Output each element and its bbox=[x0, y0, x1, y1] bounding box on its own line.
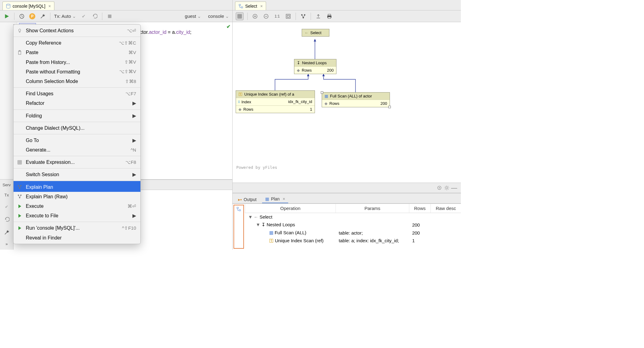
menu-item[interactable]: Execute⌘⏎ bbox=[14, 201, 140, 211]
plan-row[interactable]: ▼← Select bbox=[245, 213, 461, 221]
menu-item[interactable]: Change Dialect (MySQL)... bbox=[14, 122, 140, 133]
menu-item-label: Execute bbox=[26, 203, 124, 210]
menu-item[interactable]: Paste without Formatting⌥⇧⌘V bbox=[14, 67, 140, 77]
tab-output[interactable]: ▸▪ Output bbox=[235, 195, 260, 203]
wrench-icon[interactable] bbox=[39, 13, 46, 20]
svg-rect-20 bbox=[239, 210, 241, 211]
rows-value: 200 bbox=[380, 101, 387, 106]
diagram-toolbar: 1:1 bbox=[233, 10, 461, 22]
close-icon[interactable]: × bbox=[283, 196, 285, 201]
tx-mode-selector[interactable]: Tx: Auto ⌄ bbox=[54, 14, 76, 19]
menu-item[interactable]: Column Selection Mode⇧⌘8 bbox=[14, 77, 140, 86]
nest-icon: ↧ bbox=[297, 61, 300, 65]
services-vertical-label[interactable]: Serv bbox=[2, 183, 11, 187]
menu-item-label: Explain Plan bbox=[26, 184, 136, 191]
tab-select[interactable]: Select × bbox=[235, 2, 266, 10]
fld-city-id: city_id bbox=[176, 30, 190, 35]
shortcut-label: ^N bbox=[131, 147, 136, 153]
menu-item[interactable]: Refactor▶ bbox=[14, 98, 140, 108]
plan-row[interactable]: ⚿ Unique Index Scan (ref)table: a; index… bbox=[245, 237, 461, 244]
tab-plan[interactable]: ▦ Plan × bbox=[262, 195, 288, 203]
plan-table[interactable]: Operation Params Rows Raw desc ▼← Select… bbox=[245, 204, 461, 250]
shortcut-label: ⇧⌘V bbox=[124, 59, 136, 65]
node-select-label: Select bbox=[310, 30, 321, 35]
menu-item[interactable]: Copy Reference⌥⇧⌘C bbox=[14, 37, 140, 48]
gear-icon[interactable] bbox=[443, 184, 450, 192]
explain-diagram[interactable]: ←Select ↧Nested Loops ◆Rows200 ⚿Unique I… bbox=[233, 22, 461, 183]
menu-item-label: Run 'console [MySQL]'... bbox=[26, 224, 119, 231]
menu-item[interactable]: Reveal in Finder bbox=[14, 233, 140, 243]
minimize-icon[interactable]: — bbox=[450, 184, 458, 192]
grid-icon: ▦ bbox=[324, 94, 328, 98]
col-operation[interactable]: Operation bbox=[245, 204, 336, 213]
print-icon[interactable] bbox=[326, 13, 333, 20]
menu-item-label: Evaluate Expression... bbox=[26, 159, 122, 166]
node-full-scan[interactable]: ▦Full Scan (ALL) of actor ◆Rows200 bbox=[322, 92, 390, 107]
tab-console[interactable]: console [MySQL] × bbox=[2, 2, 54, 10]
submenu-arrow-icon: ▶ bbox=[132, 137, 136, 144]
zoom-actual-icon[interactable]: 1:1 bbox=[273, 13, 281, 20]
node-select[interactable]: ←Select bbox=[302, 29, 329, 37]
fit-icon[interactable] bbox=[285, 13, 292, 20]
menu-item[interactable]: Show Context Actions⌥⏎ bbox=[14, 26, 140, 35]
menu-item[interactable]: Paste⌘V bbox=[14, 48, 140, 57]
check-icon: ✔ bbox=[226, 24, 230, 30]
tab-console-label: console [MySQL] bbox=[13, 4, 45, 9]
menu-item[interactable]: Explain Plan (Raw) bbox=[14, 192, 140, 201]
plan-row[interactable]: ▼↧ Nested Loops200 bbox=[245, 221, 461, 229]
menu-item[interactable]: Find Usages⌥F7 bbox=[14, 87, 140, 98]
layout-icon[interactable] bbox=[300, 13, 307, 20]
plan-row[interactable]: ▦ Full Scan (ALL)table: actor;200 bbox=[245, 229, 461, 237]
commit-icon[interactable]: ✔ bbox=[3, 203, 10, 210]
node-unique-index-scan[interactable]: ⚿Unique Index Scan (ref) of a iIndexidx_… bbox=[236, 90, 315, 113]
context-menu[interactable]: Show Context Actions⌥⏎Copy Reference⌥⇧⌘C… bbox=[13, 24, 141, 244]
menu-item[interactable]: Folding▶ bbox=[14, 109, 140, 121]
menu-item-label: Change Dialect (MySQL)... bbox=[26, 125, 136, 132]
menu-item[interactable]: Explain Plan bbox=[14, 181, 140, 192]
svg-point-18 bbox=[446, 187, 448, 189]
menu-item-label: Refactor bbox=[26, 100, 129, 107]
shortcut-label: ⌘⏎ bbox=[128, 203, 136, 210]
menu-item[interactable]: Evaluate Expression...⌥F8 bbox=[14, 156, 140, 167]
rollback-icon[interactable] bbox=[3, 216, 10, 223]
target-icon[interactable] bbox=[436, 184, 443, 192]
col-rows[interactable]: Rows bbox=[409, 204, 430, 213]
show-diagram-button[interactable] bbox=[234, 205, 244, 249]
zoom-in-icon[interactable] bbox=[251, 13, 259, 20]
run-button[interactable] bbox=[3, 13, 10, 20]
node-nested-loops[interactable]: ↧Nested Loops ◆Rows200 bbox=[294, 59, 336, 74]
menu-item-label: Explain Plan (Raw) bbox=[26, 193, 136, 200]
plan-header-row: Operation Params Rows Raw desc bbox=[245, 204, 461, 213]
col-raw[interactable]: Raw desc bbox=[431, 204, 461, 213]
paused-badge[interactable]: P bbox=[29, 13, 35, 19]
wrench-icon[interactable] bbox=[3, 229, 10, 236]
menu-item[interactable]: Go To▶ bbox=[14, 134, 140, 145]
menu-item[interactable]: Run 'console [MySQL]'...^⇧F10 bbox=[14, 222, 140, 233]
col-params[interactable]: Params bbox=[336, 204, 409, 213]
menu-item[interactable]: Switch Session▶ bbox=[14, 168, 140, 179]
svg-rect-3 bbox=[239, 4, 241, 6]
expand-icon[interactable]: » bbox=[6, 242, 8, 246]
shortcut-label: ⌥⇧⌘V bbox=[119, 68, 136, 75]
zoom-out-icon[interactable] bbox=[262, 13, 270, 20]
close-icon[interactable]: × bbox=[49, 4, 51, 9]
menu-item[interactable]: Execute to File▶ bbox=[14, 211, 140, 220]
svg-rect-21 bbox=[18, 51, 21, 54]
menu-item[interactable]: Generate...^N bbox=[14, 145, 140, 155]
user-selector[interactable]: guest ⌄ bbox=[185, 14, 202, 19]
menu-item[interactable]: Paste from History...⇧⌘V bbox=[14, 57, 140, 67]
node-uix-label: Unique Index Scan (ref) of a bbox=[244, 92, 294, 97]
svg-rect-2 bbox=[108, 14, 111, 18]
rollback-icon[interactable] bbox=[91, 13, 98, 20]
grid-view-button[interactable] bbox=[236, 12, 244, 20]
svg-rect-5 bbox=[238, 14, 242, 18]
commit-icon[interactable]: ✔ bbox=[80, 13, 87, 20]
close-icon[interactable]: × bbox=[260, 4, 263, 9]
history-icon[interactable] bbox=[18, 13, 26, 20]
chevron-down-icon: ⌄ bbox=[225, 14, 229, 19]
powered-by-label: Powered by yFiles bbox=[236, 165, 277, 170]
target-selector[interactable]: console ⌄ bbox=[208, 14, 229, 19]
export-icon[interactable] bbox=[315, 13, 322, 20]
node-full-label: Full Scan (ALL) of actor bbox=[330, 94, 372, 98]
stop-button[interactable] bbox=[106, 13, 113, 20]
